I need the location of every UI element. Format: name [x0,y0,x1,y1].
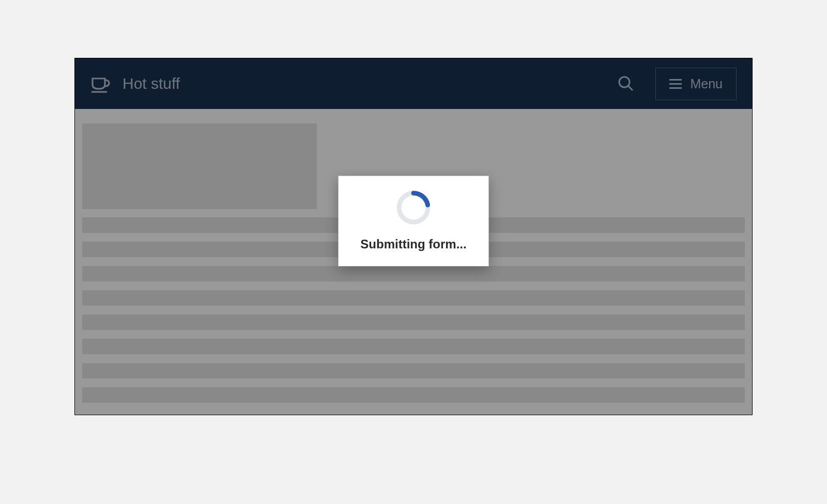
app-window: Hot stuff Menu [74,58,753,415]
spinner-icon [395,190,432,226]
modal-overlay: Submitting form... [75,58,752,415]
loading-modal: Submitting form... [338,176,488,266]
loading-message: Submitting form... [360,237,466,251]
